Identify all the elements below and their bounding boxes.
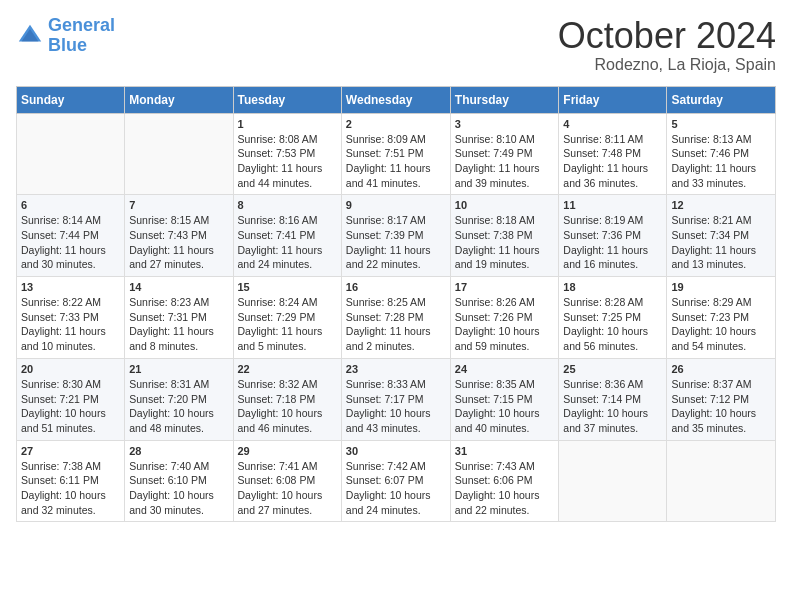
day-cell bbox=[667, 440, 776, 522]
day-info: Sunset: 6:07 PM bbox=[346, 473, 446, 488]
day-number: 15 bbox=[238, 281, 337, 293]
day-number: 7 bbox=[129, 199, 228, 211]
day-number: 21 bbox=[129, 363, 228, 375]
day-info: Sunset: 7:18 PM bbox=[238, 392, 337, 407]
day-cell bbox=[125, 113, 233, 195]
day-number: 18 bbox=[563, 281, 662, 293]
logo-text: General Blue bbox=[48, 16, 115, 56]
day-number: 24 bbox=[455, 363, 555, 375]
day-info: Sunset: 7:48 PM bbox=[563, 146, 662, 161]
day-info: Daylight: 10 hours and 59 minutes. bbox=[455, 324, 555, 353]
day-cell: 10Sunrise: 8:18 AMSunset: 7:38 PMDayligh… bbox=[450, 195, 559, 277]
header-cell-wednesday: Wednesday bbox=[341, 86, 450, 113]
day-info: Sunrise: 8:11 AM bbox=[563, 132, 662, 147]
day-cell: 30Sunrise: 7:42 AMSunset: 6:07 PMDayligh… bbox=[341, 440, 450, 522]
day-info: Sunrise: 8:08 AM bbox=[238, 132, 337, 147]
day-number: 1 bbox=[238, 118, 337, 130]
day-info: Daylight: 10 hours and 54 minutes. bbox=[671, 324, 771, 353]
day-info: Sunset: 7:34 PM bbox=[671, 228, 771, 243]
day-info: Sunset: 6:10 PM bbox=[129, 473, 228, 488]
day-cell: 19Sunrise: 8:29 AMSunset: 7:23 PMDayligh… bbox=[667, 277, 776, 359]
day-number: 30 bbox=[346, 445, 446, 457]
day-info: Daylight: 10 hours and 56 minutes. bbox=[563, 324, 662, 353]
day-info: Sunrise: 8:26 AM bbox=[455, 295, 555, 310]
day-info: Sunset: 7:17 PM bbox=[346, 392, 446, 407]
month-title: October 2024 bbox=[558, 16, 776, 56]
day-info: Sunrise: 7:41 AM bbox=[238, 459, 337, 474]
day-info: Daylight: 11 hours and 30 minutes. bbox=[21, 243, 120, 272]
day-cell: 6Sunrise: 8:14 AMSunset: 7:44 PMDaylight… bbox=[17, 195, 125, 277]
day-info: Sunset: 7:25 PM bbox=[563, 310, 662, 325]
day-cell bbox=[559, 440, 667, 522]
day-cell: 3Sunrise: 8:10 AMSunset: 7:49 PMDaylight… bbox=[450, 113, 559, 195]
day-info: Sunset: 7:36 PM bbox=[563, 228, 662, 243]
day-cell: 26Sunrise: 8:37 AMSunset: 7:12 PMDayligh… bbox=[667, 358, 776, 440]
day-cell: 18Sunrise: 8:28 AMSunset: 7:25 PMDayligh… bbox=[559, 277, 667, 359]
day-info: Sunset: 7:28 PM bbox=[346, 310, 446, 325]
day-info: Sunrise: 8:09 AM bbox=[346, 132, 446, 147]
day-cell: 27Sunrise: 7:38 AMSunset: 6:11 PMDayligh… bbox=[17, 440, 125, 522]
day-info: Daylight: 10 hours and 32 minutes. bbox=[21, 488, 120, 517]
day-info: Sunrise: 8:13 AM bbox=[671, 132, 771, 147]
day-number: 28 bbox=[129, 445, 228, 457]
day-info: Sunset: 7:12 PM bbox=[671, 392, 771, 407]
day-info: Sunrise: 8:23 AM bbox=[129, 295, 228, 310]
day-info: Sunrise: 8:22 AM bbox=[21, 295, 120, 310]
day-info: Daylight: 10 hours and 51 minutes. bbox=[21, 406, 120, 435]
day-info: Sunset: 7:39 PM bbox=[346, 228, 446, 243]
day-info: Daylight: 10 hours and 43 minutes. bbox=[346, 406, 446, 435]
calendar-header: SundayMondayTuesdayWednesdayThursdayFrid… bbox=[17, 86, 776, 113]
day-info: Sunrise: 8:25 AM bbox=[346, 295, 446, 310]
day-cell: 31Sunrise: 7:43 AMSunset: 6:06 PMDayligh… bbox=[450, 440, 559, 522]
day-cell: 9Sunrise: 8:17 AMSunset: 7:39 PMDaylight… bbox=[341, 195, 450, 277]
day-number: 22 bbox=[238, 363, 337, 375]
day-info: Sunrise: 7:38 AM bbox=[21, 459, 120, 474]
day-info: Sunrise: 8:10 AM bbox=[455, 132, 555, 147]
day-info: Daylight: 10 hours and 35 minutes. bbox=[671, 406, 771, 435]
day-number: 9 bbox=[346, 199, 446, 211]
day-info: Daylight: 10 hours and 22 minutes. bbox=[455, 488, 555, 517]
day-number: 4 bbox=[563, 118, 662, 130]
day-info: Sunrise: 8:15 AM bbox=[129, 213, 228, 228]
day-info: Daylight: 11 hours and 2 minutes. bbox=[346, 324, 446, 353]
day-info: Sunset: 7:20 PM bbox=[129, 392, 228, 407]
day-number: 17 bbox=[455, 281, 555, 293]
day-info: Daylight: 11 hours and 19 minutes. bbox=[455, 243, 555, 272]
day-info: Daylight: 11 hours and 10 minutes. bbox=[21, 324, 120, 353]
day-info: Sunrise: 8:16 AM bbox=[238, 213, 337, 228]
day-info: Daylight: 11 hours and 41 minutes. bbox=[346, 161, 446, 190]
day-info: Sunrise: 8:18 AM bbox=[455, 213, 555, 228]
header-cell-sunday: Sunday bbox=[17, 86, 125, 113]
day-number: 26 bbox=[671, 363, 771, 375]
day-info: Daylight: 11 hours and 44 minutes. bbox=[238, 161, 337, 190]
day-info: Sunset: 7:38 PM bbox=[455, 228, 555, 243]
day-number: 2 bbox=[346, 118, 446, 130]
day-info: Sunset: 6:11 PM bbox=[21, 473, 120, 488]
day-cell: 22Sunrise: 8:32 AMSunset: 7:18 PMDayligh… bbox=[233, 358, 341, 440]
day-info: Sunrise: 8:31 AM bbox=[129, 377, 228, 392]
day-info: Daylight: 11 hours and 39 minutes. bbox=[455, 161, 555, 190]
day-info: Sunrise: 8:33 AM bbox=[346, 377, 446, 392]
day-info: Sunset: 7:46 PM bbox=[671, 146, 771, 161]
day-cell: 14Sunrise: 8:23 AMSunset: 7:31 PMDayligh… bbox=[125, 277, 233, 359]
day-info: Sunset: 7:26 PM bbox=[455, 310, 555, 325]
day-cell: 16Sunrise: 8:25 AMSunset: 7:28 PMDayligh… bbox=[341, 277, 450, 359]
day-number: 12 bbox=[671, 199, 771, 211]
week-row-2: 6Sunrise: 8:14 AMSunset: 7:44 PMDaylight… bbox=[17, 195, 776, 277]
day-cell: 23Sunrise: 8:33 AMSunset: 7:17 PMDayligh… bbox=[341, 358, 450, 440]
day-info: Daylight: 11 hours and 16 minutes. bbox=[563, 243, 662, 272]
location: Rodezno, La Rioja, Spain bbox=[558, 56, 776, 74]
day-cell: 28Sunrise: 7:40 AMSunset: 6:10 PMDayligh… bbox=[125, 440, 233, 522]
day-number: 29 bbox=[238, 445, 337, 457]
day-info: Sunrise: 8:29 AM bbox=[671, 295, 771, 310]
day-info: Sunset: 7:29 PM bbox=[238, 310, 337, 325]
day-info: Sunset: 7:33 PM bbox=[21, 310, 120, 325]
day-number: 10 bbox=[455, 199, 555, 211]
day-info: Sunrise: 8:17 AM bbox=[346, 213, 446, 228]
day-info: Sunset: 7:14 PM bbox=[563, 392, 662, 407]
day-cell: 8Sunrise: 8:16 AMSunset: 7:41 PMDaylight… bbox=[233, 195, 341, 277]
day-info: Daylight: 11 hours and 24 minutes. bbox=[238, 243, 337, 272]
day-info: Sunset: 7:49 PM bbox=[455, 146, 555, 161]
logo: General Blue bbox=[16, 16, 115, 56]
day-info: Sunset: 7:43 PM bbox=[129, 228, 228, 243]
